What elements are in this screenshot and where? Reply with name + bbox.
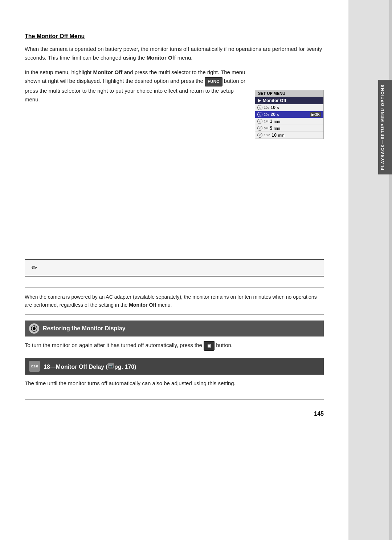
sub-3: 1M bbox=[264, 120, 269, 123]
timer-icon-1: ⏱ bbox=[257, 105, 262, 110]
timer-icon-5: ⏱ bbox=[257, 133, 262, 138]
svg-text:📷: 📷 bbox=[109, 363, 114, 368]
info-section: When the camera is powered by an AC adap… bbox=[25, 287, 324, 315]
timer-icon-2: ⏱ bbox=[257, 112, 262, 117]
section-bar-restore: Restoring the Monitor Display bbox=[25, 321, 324, 337]
val-5: 10 bbox=[272, 133, 277, 138]
csm-bar: CSM 18—Monitor Off Delay (📷pg. 170) bbox=[25, 358, 324, 375]
val-2: 20 bbox=[271, 112, 275, 117]
unit-2: s bbox=[277, 112, 279, 117]
menu-item-row-1: ⏱ 10s 10 s bbox=[255, 104, 323, 111]
top-rule bbox=[25, 22, 324, 22]
unit-1: s bbox=[277, 105, 279, 110]
csm-sub-section: The time until the monitor turns off aut… bbox=[25, 379, 324, 400]
sub-4: 5M bbox=[264, 126, 269, 130]
note-box: ✏ bbox=[25, 259, 324, 277]
ok-tag: ▶OK bbox=[310, 112, 321, 117]
menu-item-row-3: ⏱ 1M 1 min bbox=[255, 118, 323, 125]
timer-icon-4: ⏱ bbox=[257, 126, 262, 131]
paragraph2: In the setup menu, highlight Monitor Off… bbox=[25, 68, 248, 104]
timer-icon-3: ⏱ bbox=[257, 119, 262, 124]
menu-title-bar: SET UP MENU bbox=[255, 90, 323, 97]
sub-1: 10s bbox=[264, 106, 269, 109]
pencil-icon: ✏ bbox=[29, 263, 39, 273]
svg-rect-2 bbox=[34, 326, 34, 327]
restore-icon bbox=[29, 323, 39, 334]
restore-text: To turn the monitor on again after it ha… bbox=[25, 341, 324, 351]
side-tab-label: PLAYBACK—SETUP MENU OPTIONS bbox=[378, 80, 392, 174]
val-1: 10 bbox=[271, 105, 275, 110]
restore-label: Restoring the Monitor Display bbox=[43, 325, 126, 332]
spacer bbox=[25, 146, 324, 248]
csm-icon: CSM bbox=[29, 361, 40, 372]
side-tab: PLAYBACK—SETUP MENU OPTIONS bbox=[348, 0, 392, 540]
content-with-image: In the setup menu, highlight Monitor Off… bbox=[25, 68, 324, 139]
func-button-label: FUNC bbox=[205, 77, 222, 86]
monitor-button-label: ▣ bbox=[204, 341, 215, 351]
section-title: The Monitor Off Menu bbox=[25, 33, 324, 40]
sub-2: 20s bbox=[264, 113, 269, 116]
unit-4: min bbox=[274, 126, 280, 130]
menu-item-row-4: ⏱ 5M 5 min bbox=[255, 125, 323, 132]
menu-header-row: Monitor Off bbox=[255, 97, 323, 104]
info-text: When the camera is powered by an AC adap… bbox=[25, 293, 324, 309]
menu-item-row-5: ⏱ 10M 10 min bbox=[255, 132, 323, 139]
val-3: 1 bbox=[270, 119, 273, 124]
val-4: 5 bbox=[270, 126, 273, 131]
csm-label: 18—Monitor Off Delay (📷pg. 170) bbox=[44, 362, 136, 370]
unit-5: min bbox=[278, 133, 285, 137]
text-column: In the setup menu, highlight Monitor Off… bbox=[25, 68, 248, 139]
sub-5: 10M bbox=[264, 133, 270, 137]
csm-sub-text: The time until the monitor turns off aut… bbox=[25, 379, 324, 388]
menu-screenshot: SET UP MENU Monitor Off ⏱ 10s 10 s ⏱ 20s… bbox=[255, 90, 324, 139]
main-content: The Monitor Off Menu When the camera is … bbox=[0, 0, 348, 540]
svg-point-1 bbox=[33, 327, 36, 330]
paragraph1: When the camera is operated on battery p… bbox=[25, 45, 324, 62]
play-icon bbox=[258, 99, 261, 102]
page-number: 145 bbox=[25, 411, 324, 417]
menu-item-row-2: ⏱ 20s 20 s ▶OK bbox=[255, 111, 323, 118]
unit-3: min bbox=[274, 119, 280, 124]
